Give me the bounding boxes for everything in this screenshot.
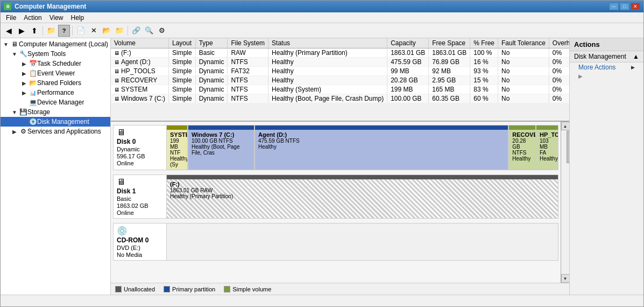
- cell-1: Simple: [169, 67, 196, 76]
- menu-help[interactable]: Help: [68, 13, 88, 22]
- menu-action[interactable]: Action: [20, 13, 45, 22]
- toolbar-link[interactable]: 🔗: [130, 25, 142, 37]
- partition-status: Healthy: [258, 144, 505, 150]
- partition-block[interactable]: RECOVERY20.28 GB NTFSHealthy: [509, 125, 536, 170]
- expand-perf[interactable]: ▶: [20, 90, 29, 96]
- col-capacity[interactable]: Capacity: [387, 38, 429, 48]
- col-status[interactable]: Status: [268, 38, 387, 48]
- partition-header-bar: [167, 175, 558, 179]
- expand-shared[interactable]: ▶: [20, 80, 29, 86]
- cell-0: 🖥 (F:): [111, 48, 169, 58]
- cell-8: No: [498, 94, 549, 103]
- root-icon: 🖥: [10, 40, 19, 48]
- toolbar-back[interactable]: ◀: [3, 25, 15, 37]
- table-row[interactable]: 🖥 HP_TOOLSSimpleDynamicFAT32Healthy99 MB…: [111, 67, 569, 76]
- toolbar-help[interactable]: ?: [58, 25, 70, 37]
- toolbar-up[interactable]: ⬆: [29, 25, 40, 37]
- tree-task-scheduler[interactable]: ▶ 📅 Task Scheduler: [1, 59, 110, 68]
- tree-disk-management[interactable]: ▶ 💿 Disk Management: [1, 117, 110, 127]
- cell-0: 🖥 SYSTEM: [111, 85, 169, 94]
- maximize-button[interactable]: □: [620, 3, 629, 10]
- col-layout[interactable]: Layout: [169, 38, 196, 48]
- table-row[interactable]: 🖥 Agent (D:)SimpleDynamicNTFSHealthy475.…: [111, 58, 569, 67]
- partition-block[interactable]: HP_TOOLS103 MB FAHealthy: [536, 125, 558, 170]
- scroll-down-btn[interactable]: ▼: [561, 274, 570, 283]
- col-fault[interactable]: Fault Tolerance: [498, 38, 549, 48]
- menu-view[interactable]: View: [46, 13, 67, 22]
- table-row[interactable]: 🖥 (F:)SimpleBasicRAWHealthy (Primary Par…: [111, 48, 569, 58]
- tree-root[interactable]: ▼ 🖥 Computer Management (Local): [1, 39, 110, 49]
- scroll-up-btn[interactable]: ▲: [561, 122, 570, 130]
- disk-size: 596.17 GB: [117, 153, 163, 159]
- system-tools-label: System Tools: [27, 50, 66, 58]
- toolbar: ◀ ▶ ⬆ 📁 ? 📄 ✕ 📂 📁 🔗 🔍 ⚙: [1, 23, 643, 38]
- app-icon: ⚙: [4, 3, 11, 10]
- table-row[interactable]: 🖥 RECOVERYSimpleDynamicNTFSHealthy20.28 …: [111, 76, 569, 85]
- cell-5: 199 MB: [387, 85, 429, 94]
- col-fs[interactable]: File System: [228, 38, 268, 48]
- partition-block[interactable]: Windows 7 (C:)100.00 GB NTFSHealthy (Boo…: [188, 125, 255, 170]
- cell-6: 76.89 GB: [429, 58, 470, 67]
- menu-file[interactable]: File: [3, 13, 19, 22]
- expand-storage[interactable]: ▼: [10, 109, 19, 115]
- toolbar-folder[interactable]: 📁: [45, 25, 57, 37]
- cell-8: No: [498, 48, 549, 58]
- expand-services[interactable]: ▶: [10, 129, 19, 135]
- partition-header-bar: [188, 125, 254, 130]
- toolbar-forward[interactable]: ▶: [16, 25, 27, 37]
- tree-device-manager[interactable]: ▶ 💻 Device Manager: [1, 97, 110, 107]
- expand-system-tools[interactable]: ▼: [10, 51, 19, 57]
- partition-block[interactable]: Agent (D:)475.59 GB NTFSHealthy: [255, 125, 509, 170]
- partition-block[interactable]: (F:)1863.01 GB RAWHealthy (Primary Parti…: [167, 175, 558, 218]
- actions-disk-mgmt-header[interactable]: Disk Management ▲: [570, 51, 643, 62]
- disk-map-area: 🖥Disk 0Dynamic596.17 GBOnlineSYSTEM199 M…: [111, 122, 561, 283]
- cell-6: 1863.01 GB: [429, 48, 470, 58]
- status-bar: [1, 295, 643, 306]
- col-type[interactable]: Type: [195, 38, 228, 48]
- legend-primary: Primary partition: [164, 286, 215, 292]
- expand-task-sched[interactable]: ▶: [20, 61, 29, 67]
- tree-shared-folders[interactable]: ▶ 📂 Shared Folders: [1, 78, 110, 88]
- toolbar-export[interactable]: 📁: [114, 25, 125, 37]
- partition-name: Windows 7 (C:): [192, 131, 251, 138]
- cell-9: 0%: [549, 76, 569, 85]
- tree-storage[interactable]: ▼ 💾 Storage: [1, 107, 110, 117]
- expand-root[interactable]: ▼: [2, 41, 10, 47]
- col-pct[interactable]: % Free: [470, 38, 498, 48]
- close-button[interactable]: ✕: [631, 3, 640, 10]
- cell-6: 92 MB: [429, 67, 470, 76]
- window-controls: ─ □ ✕: [609, 3, 640, 10]
- cell-5: 20.28 GB: [387, 76, 429, 85]
- actions-more[interactable]: More Actions▶: [570, 62, 643, 72]
- cell-3: RAW: [228, 48, 268, 58]
- col-free[interactable]: Free Space: [429, 38, 470, 48]
- col-volume[interactable]: Volume: [111, 38, 169, 48]
- cell-8: No: [498, 67, 549, 76]
- partition-block[interactable]: SYSTEM199 MB NTFHealthy (Sy: [167, 125, 188, 170]
- shared-label: Shared Folders: [37, 79, 81, 87]
- table-row[interactable]: 🖥 Windows 7 (C:)SimpleDynamicNTFSHealthy…: [111, 94, 569, 103]
- toolbar-settings[interactable]: ⚙: [156, 25, 168, 37]
- partition-name: RECOVERY: [512, 131, 532, 138]
- toolbar-new[interactable]: 📄: [75, 25, 87, 37]
- toolbar-delete[interactable]: ✕: [88, 25, 100, 37]
- col-overhead[interactable]: Overhead: [549, 38, 569, 48]
- tree-services[interactable]: ▶ ⚙ Services and Applications: [1, 127, 110, 136]
- disk-status: No Media: [117, 252, 163, 258]
- title-bar: ⚙ Computer Management ─ □ ✕: [1, 1, 643, 12]
- perf-icon: 📊: [29, 90, 37, 96]
- scroll-thumb[interactable]: [567, 131, 570, 163]
- cell-0: 🖥 Windows 7 (C:): [111, 94, 169, 103]
- tree-system-tools[interactable]: ▼ 🔧 System Tools: [1, 49, 110, 59]
- minimize-button[interactable]: ─: [609, 3, 619, 10]
- vertical-scrollbar[interactable]: ▲ ▼: [561, 122, 569, 283]
- table-row[interactable]: 🖥 SYSTEMSimpleDynamicNTFSHealthy (System…: [111, 85, 569, 94]
- tree-performance[interactable]: ▶ 📊 Performance: [1, 88, 110, 97]
- cell-5: 475.59 GB: [387, 58, 429, 67]
- expand-event-viewer[interactable]: ▶: [20, 71, 29, 76]
- toolbar-search[interactable]: 🔍: [143, 25, 155, 37]
- actions-disk-mgmt-label: Disk Management: [574, 53, 626, 60]
- tree-event-viewer[interactable]: ▶ 📋 Event Viewer: [1, 68, 110, 78]
- menu-bar: File Action View Help: [1, 12, 643, 23]
- toolbar-open[interactable]: 📂: [101, 25, 112, 37]
